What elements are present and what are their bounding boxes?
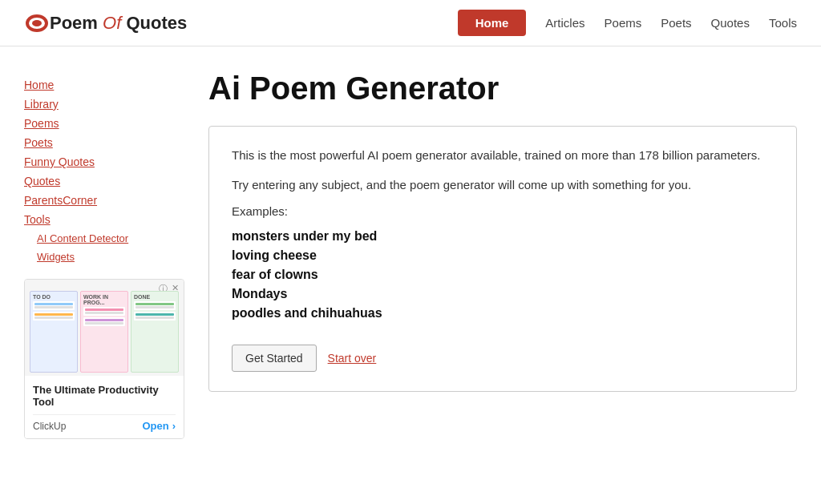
sidebar-item-parentscorner[interactable]: ParentsCorner	[24, 194, 184, 207]
logo-icon	[24, 13, 50, 34]
nav-quotes[interactable]: Quotes	[711, 16, 750, 30]
content-box: This is the most powerful AI poem genera…	[208, 126, 797, 392]
sidebar-item-home[interactable]: Home	[24, 79, 184, 91]
nav-poems[interactable]: Poems	[605, 16, 642, 30]
example-1: monsters under my bed	[232, 229, 774, 244]
examples-list: monsters under my bed loving cheese fear…	[232, 229, 774, 321]
ad-chevron-icon: ›	[172, 420, 176, 432]
ad-footer: ClickUp Open ›	[33, 414, 176, 432]
logo-text: Poem Of Quotes	[50, 13, 187, 34]
sidebar-item-library[interactable]: Library	[24, 98, 184, 111]
example-4: Mondays	[232, 287, 774, 301]
sidebar-item-tools[interactable]: Tools	[24, 213, 184, 226]
example-5: poodles and chihuahuas	[232, 306, 774, 321]
nav-home[interactable]: Home	[458, 10, 527, 36]
sidebar-item-ai-content-detector[interactable]: AI Content Detector	[24, 232, 184, 244]
button-area: Get Started Start over	[232, 345, 774, 372]
logo-area[interactable]: Poem Of Quotes	[24, 13, 187, 34]
nav-poets[interactable]: Poets	[661, 16, 691, 30]
ad-brand: ClickUp	[33, 421, 66, 432]
page-title: Ai Poem Generator	[208, 71, 797, 107]
sidebar: Home Library Poems Poets Funny Quotes Qu…	[24, 71, 184, 439]
ad-open-button[interactable]: Open ›	[142, 420, 176, 432]
nav-articles[interactable]: Articles	[545, 16, 584, 30]
examples-label: Examples:	[232, 204, 774, 218]
sidebar-item-poems[interactable]: Poems	[24, 117, 184, 130]
ad-content: The Ultimate Productivity Tool ClickUp O…	[25, 376, 184, 438]
example-2: loving cheese	[232, 248, 774, 263]
example-3: fear of clowns	[232, 268, 774, 282]
ad-area: ⓘ ✕ TO DO WORK	[24, 279, 184, 439]
get-started-button[interactable]: Get Started	[232, 345, 317, 372]
main-content: Ai Poem Generator This is the most power…	[208, 71, 797, 439]
sidebar-item-funny-quotes[interactable]: Funny Quotes	[24, 155, 184, 168]
ad-title: The Ultimate Productivity Tool	[33, 384, 176, 408]
sidebar-item-quotes[interactable]: Quotes	[24, 175, 184, 187]
main-nav: Home Articles Poems Poets Quotes Tools	[458, 10, 797, 36]
sidebar-item-poets[interactable]: Poets	[24, 136, 184, 149]
sidebar-item-widgets[interactable]: Widgets	[24, 251, 184, 263]
layout: Home Library Poems Poets Funny Quotes Qu…	[0, 46, 821, 439]
header: Poem Of Quotes Home Articles Poems Poets…	[0, 0, 821, 46]
try-text: Try entering any subject, and the poem g…	[232, 178, 774, 192]
intro-text: This is the most powerful AI poem genera…	[232, 146, 774, 165]
start-over-button[interactable]: Start over	[328, 352, 377, 365]
svg-point-2	[32, 20, 42, 26]
nav-tools[interactable]: Tools	[769, 16, 797, 30]
ad-screenshot: ⓘ ✕ TO DO WORK	[25, 280, 184, 376]
